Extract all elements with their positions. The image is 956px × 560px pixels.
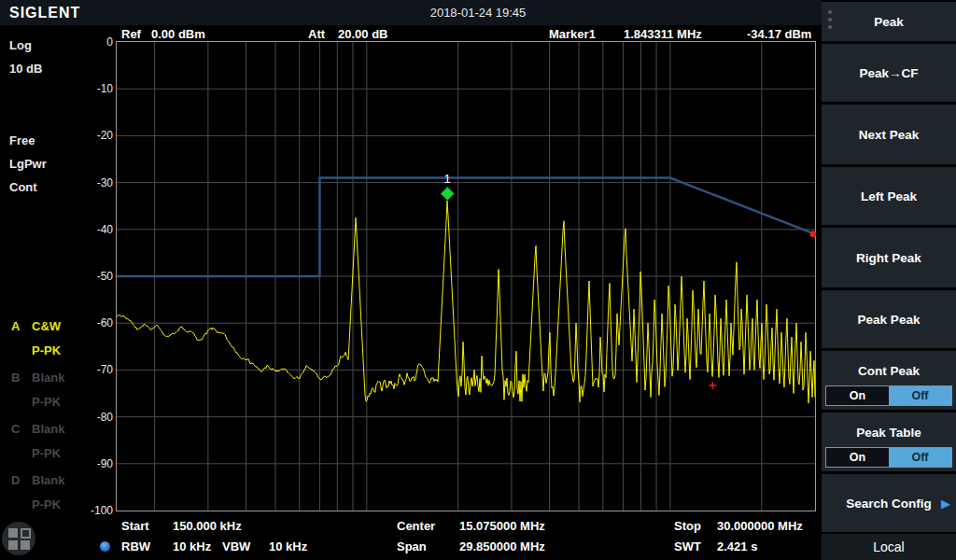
trace-D-detector[interactable]: P-PK xyxy=(32,497,61,511)
toggle-option-on[interactable]: On xyxy=(826,386,889,405)
trace-B-detector[interactable]: P-PK xyxy=(32,395,61,409)
span-label[interactable]: Span xyxy=(397,539,427,553)
marker1-diamond[interactable] xyxy=(441,188,454,201)
softkey-label: Peak xyxy=(874,15,904,29)
softkey-search-config[interactable]: Search Config▶ xyxy=(822,474,956,532)
ref-level-label[interactable]: Ref xyxy=(121,27,141,42)
trace-A-line xyxy=(117,201,815,403)
vbw-label[interactable]: VBW xyxy=(222,539,250,553)
trace-C-detector[interactable]: P-PK xyxy=(32,446,61,460)
datetime-display: 2018-01-24 19:45 xyxy=(0,6,956,20)
menu-drag-handle-icon[interactable] xyxy=(828,10,832,29)
toggle-option-on[interactable]: On xyxy=(826,448,889,467)
trace-A-mode[interactable]: C&W xyxy=(32,319,61,333)
scale-type-annunciator[interactable]: Log xyxy=(9,38,32,52)
y-tick-label: -30 xyxy=(78,176,113,189)
trigger-annunciator[interactable]: Free xyxy=(9,133,35,147)
y-tick-label: -40 xyxy=(78,223,113,236)
rbw-coupled-indicator-icon xyxy=(100,541,110,552)
start-freq-value[interactable]: 150.000 kHz xyxy=(173,519,242,533)
span-value[interactable]: 29.850000 MHz xyxy=(459,539,545,553)
y-tick-label: -20 xyxy=(78,129,113,142)
on-off-toggle: OnOff xyxy=(825,385,952,406)
submenu-arrow-icon: ▶ xyxy=(941,497,950,511)
softkey-label: Cont Peak xyxy=(858,364,920,378)
attenuation-label[interactable]: Att xyxy=(308,27,325,42)
power-mode-annunciator[interactable]: LgPwr xyxy=(9,157,47,171)
softkey-right-peak[interactable]: Right Peak xyxy=(822,228,956,287)
rbw-label[interactable]: RBW xyxy=(121,539,150,553)
y-tick-label: -50 xyxy=(78,270,113,283)
marker-readout-freq[interactable]: 1.843311 MHz xyxy=(624,27,702,42)
ref-level-value[interactable]: 0.00 dBm xyxy=(151,27,205,42)
softkey-next-peak[interactable]: Next Peak xyxy=(822,105,956,164)
marker-readout-name[interactable]: Marker1 xyxy=(549,27,596,42)
softkey-cont-peak[interactable]: Cont PeakOnOff xyxy=(822,351,956,410)
y-tick-label: -60 xyxy=(78,316,113,329)
widget-square-icon xyxy=(8,540,18,550)
y-tick-label: -100 xyxy=(78,504,113,517)
softkey-peak-peak[interactable]: Peak Peak xyxy=(822,290,956,348)
softkey-label: Right Peak xyxy=(856,251,921,265)
trace-D-letter[interactable]: D xyxy=(11,473,20,487)
softkey-label: Peak Table xyxy=(856,426,921,440)
stop-freq-label[interactable]: Stop xyxy=(674,519,701,533)
start-freq-label[interactable]: Start xyxy=(121,519,149,533)
softkey-left-peak[interactable]: Left Peak xyxy=(822,167,956,225)
attenuation-value[interactable]: 20.00 dB xyxy=(338,27,387,42)
swt-value[interactable]: 2.421 s xyxy=(717,539,757,553)
y-tick-label: -70 xyxy=(78,363,113,376)
vbw-value[interactable]: 10 kHz xyxy=(269,539,307,553)
softkey-menu-panel: Local PeakPeak→CFNext PeakLeft PeakRight… xyxy=(822,0,956,560)
rbw-value[interactable]: 10 kHz xyxy=(173,539,211,553)
toggle-option-off[interactable]: Off xyxy=(889,386,951,405)
widget-square-icon xyxy=(8,528,18,538)
trace-D-mode[interactable]: Blank xyxy=(32,473,64,487)
marker1-number-label: 1 xyxy=(444,172,451,186)
widget-square-outline-icon xyxy=(21,528,31,539)
sweep-mode-annunciator[interactable]: Cont xyxy=(9,180,37,194)
softkey-label: Next Peak xyxy=(859,128,920,142)
softkey-label: Peak→CF xyxy=(859,66,918,80)
local-button[interactable]: Local xyxy=(822,534,956,560)
trace-C-mode[interactable]: Blank xyxy=(32,422,64,436)
softkey-label: Left Peak xyxy=(861,189,917,203)
top-bar: SIGLENT 2018-01-24 19:45 xyxy=(0,0,822,25)
trace-A-letter[interactable]: A xyxy=(11,319,20,333)
center-freq-value[interactable]: 15.075000 MHz xyxy=(459,519,545,533)
y-tick-label: -80 xyxy=(78,411,113,424)
softkey-peak[interactable]: Peak xyxy=(822,2,956,41)
y-tick-label: 0 xyxy=(78,35,113,49)
y-tick-label: -10 xyxy=(78,82,113,95)
widget-square-icon xyxy=(21,540,30,550)
on-off-toggle: OnOff xyxy=(825,447,952,468)
softkey-label: Peak Peak xyxy=(858,313,921,327)
widget-grid-button[interactable] xyxy=(2,522,35,555)
marker-readout-level[interactable]: -34.17 dBm xyxy=(747,27,811,42)
spectrum-analyzer-screen: SIGLENT 2018-01-24 19:45 Ref 0.00 dBm At… xyxy=(0,0,956,560)
spectrum-plot: 1 xyxy=(116,41,816,511)
limit-line xyxy=(117,178,815,276)
trace-C-letter[interactable]: C xyxy=(11,422,20,436)
softkey-peak-cf[interactable]: Peak→CF xyxy=(822,44,956,102)
y-tick-label: -90 xyxy=(78,457,113,470)
softkey-peak-table[interactable]: Peak TableOnOff xyxy=(822,413,956,471)
stop-freq-value[interactable]: 30.000000 MHz xyxy=(717,519,803,533)
softkey-label: Search Config xyxy=(846,497,932,511)
center-freq-label[interactable]: Center xyxy=(397,519,435,533)
trace-B-mode[interactable]: Blank xyxy=(32,371,64,385)
swt-label[interactable]: SWT xyxy=(674,539,701,553)
trace-A-detector[interactable]: P-PK xyxy=(32,343,61,357)
scale-per-div-annunciator[interactable]: 10 dB xyxy=(9,62,42,76)
toggle-option-off[interactable]: Off xyxy=(889,448,951,467)
trace-B-letter[interactable]: B xyxy=(11,371,20,385)
